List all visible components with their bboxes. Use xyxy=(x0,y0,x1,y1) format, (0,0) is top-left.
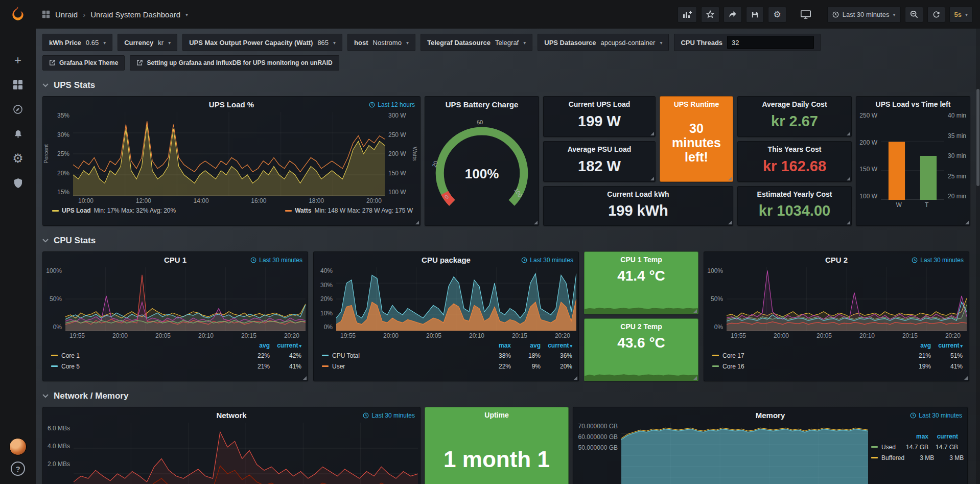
panel-title[interactable]: This Years Cost xyxy=(738,142,851,153)
legend-series-name[interactable]: Core 1 xyxy=(51,352,238,359)
panel-title[interactable]: Average Daily Cost xyxy=(738,97,851,108)
panel-resize-handle[interactable] xyxy=(847,221,850,224)
panel-title[interactable]: UPS Battery Charge xyxy=(425,97,539,112)
legend-series-name[interactable]: User xyxy=(322,363,481,370)
panel-title[interactable]: UPS Runtime xyxy=(660,97,733,108)
legend-col-header[interactable]: avg xyxy=(511,342,541,349)
panel-title[interactable]: UPS Load vs Time left xyxy=(856,97,970,112)
panel-resize-handle[interactable] xyxy=(965,221,969,224)
add-panel-button[interactable] xyxy=(678,7,697,22)
panel-time-range-badge[interactable]: Last 30 minutes xyxy=(912,257,964,264)
legend-series-name[interactable]: Core 5 xyxy=(51,363,238,370)
dashboard-dropdown-caret[interactable]: ▾ xyxy=(185,12,188,17)
scrollbar-thumb[interactable] xyxy=(976,89,979,186)
panel-time-range-badge[interactable]: Last 12 hours xyxy=(369,101,415,108)
zoom-out-button[interactable] xyxy=(905,7,923,22)
panel-time-range-badge[interactable]: Last 30 minutes xyxy=(521,257,573,264)
ups-load-graph[interactable] xyxy=(73,112,385,196)
panel-time-range-badge[interactable]: Last 30 minutes xyxy=(910,412,962,419)
section-network-memory[interactable]: Network / Memory xyxy=(42,388,972,404)
panel-resize-handle[interactable] xyxy=(693,309,697,313)
legend-series-name[interactable]: CPU Total xyxy=(322,352,481,359)
variable-value[interactable]: Nostromo xyxy=(373,39,402,47)
variable-value[interactable]: Telegraf xyxy=(495,39,519,47)
legend-col-header[interactable]: avg xyxy=(899,342,931,349)
refresh-button[interactable] xyxy=(927,7,945,22)
dashboards-icon[interactable] xyxy=(8,75,28,95)
network-graph[interactable] xyxy=(74,423,418,484)
legend-col-header[interactable]: avg xyxy=(238,342,270,349)
section-cpu-stats[interactable]: CPU Stats xyxy=(42,233,972,248)
variable-value[interactable]: 865 xyxy=(317,39,329,47)
panel-title[interactable]: Memory xyxy=(573,407,967,423)
section-ups-stats[interactable]: UPS Stats xyxy=(42,78,972,93)
breadcrumb-folder[interactable]: Unraid xyxy=(55,10,78,19)
panel-resize-handle[interactable] xyxy=(728,177,732,180)
panel-time-range-badge[interactable]: Last 30 minutes xyxy=(250,257,302,264)
server-admin-shield-icon[interactable] xyxy=(8,173,28,193)
legend-col-header[interactable]: current xyxy=(931,342,963,349)
cpu2-graph[interactable] xyxy=(727,267,967,331)
panel-resize-handle[interactable] xyxy=(650,132,654,135)
breadcrumb-dashboard-title[interactable]: Unraid System Dashboard xyxy=(90,10,180,19)
panel-resize-handle[interactable] xyxy=(574,376,577,380)
save-dashboard-button[interactable] xyxy=(746,7,764,22)
panel-resize-handle[interactable] xyxy=(693,376,697,380)
page-scrollbar[interactable] xyxy=(976,29,980,484)
user-avatar[interactable] xyxy=(9,438,27,455)
help-icon[interactable]: ? xyxy=(11,462,25,476)
variable-host[interactable]: host Nostromo ▾ xyxy=(347,34,415,51)
variable-telegraf-datasource[interactable]: Telegraf Datasource Telegraf ▾ xyxy=(421,34,532,51)
refresh-interval-dropdown[interactable]: 5s ▾ xyxy=(949,7,973,22)
panel-title[interactable]: CPU 2 Temp xyxy=(585,319,698,331)
legend-item-ups-load[interactable]: UPS Load Min: 17% Max: 32% Avg: 20% xyxy=(52,207,176,214)
legend-item-watts[interactable]: Watts Min: 148 W Max: 278 W Avg: 175 W xyxy=(285,207,413,214)
panel-resize-handle[interactable] xyxy=(728,221,732,224)
legend-col-header[interactable]: current xyxy=(541,342,572,349)
panel-resize-handle[interactable] xyxy=(964,376,968,380)
panel-title[interactable]: Average PSU Load xyxy=(544,142,655,153)
panel-title[interactable]: Estimated Yearly Cost xyxy=(738,187,851,198)
legend-series-name[interactable]: Core 17 xyxy=(712,352,899,359)
star-dashboard-button[interactable] xyxy=(701,7,719,22)
cpu-package-graph[interactable] xyxy=(336,267,576,331)
legend-col-header[interactable]: max xyxy=(899,433,928,440)
variable-ups-max-output[interactable]: UPS Max Output Power Capacity (Watt) 865… xyxy=(182,34,342,51)
panel-resize-handle[interactable] xyxy=(650,177,654,180)
configuration-gear-icon[interactable]: ⚙ xyxy=(8,148,28,169)
legend-series-name[interactable]: Core 16 xyxy=(712,363,899,370)
dashboard-grid-icon[interactable] xyxy=(42,10,50,18)
alerting-bell-icon[interactable] xyxy=(8,124,28,144)
share-dashboard-button[interactable] xyxy=(724,7,742,22)
variable-ups-datasource[interactable]: UPS Datasource apcupsd-container ▾ xyxy=(538,34,669,51)
link-grafana-plex-theme[interactable]: Grafana Plex Theme xyxy=(42,55,125,71)
cpu-threads-input[interactable] xyxy=(727,36,814,49)
cpu1-graph[interactable] xyxy=(65,267,306,331)
panel-resize-handle[interactable] xyxy=(847,177,850,180)
variable-value[interactable]: apcupsd-container xyxy=(600,39,655,47)
variable-value[interactable]: 0.65 xyxy=(86,39,99,47)
kiosk-mode-button[interactable] xyxy=(796,7,816,22)
panel-resize-handle[interactable] xyxy=(415,221,419,224)
link-ups-monitoring-guide[interactable]: Setting up Grafana and InfluxDB for UPS … xyxy=(130,55,339,71)
dashboard-settings-button[interactable]: ⚙ xyxy=(768,7,786,22)
memory-graph[interactable] xyxy=(621,423,868,484)
variable-value[interactable]: kr xyxy=(158,39,164,47)
explore-compass-icon[interactable] xyxy=(8,99,28,120)
legend-col-header[interactable]: max xyxy=(481,342,511,349)
ups-bars-chart[interactable] xyxy=(881,112,944,200)
add-icon[interactable]: + xyxy=(8,50,28,71)
panel-title[interactable]: Current UPS Load xyxy=(544,97,655,108)
panel-resize-handle[interactable] xyxy=(847,132,850,135)
legend-series-name[interactable]: Used xyxy=(871,444,899,451)
grafana-logo[interactable] xyxy=(0,0,36,29)
legend-col-header[interactable]: current xyxy=(270,342,301,349)
legend-col-header[interactable]: current xyxy=(928,433,958,440)
time-range-picker[interactable]: Last 30 minutes ▾ xyxy=(827,7,901,22)
panel-title[interactable]: Uptime xyxy=(425,407,568,419)
legend-series-name[interactable]: Buffered xyxy=(871,454,904,462)
panel-title[interactable]: CPU 1 Temp xyxy=(585,252,698,264)
panel-title[interactable]: Current Load kWh xyxy=(544,187,733,198)
variable-currency[interactable]: Currency kr ▾ xyxy=(118,34,177,51)
panel-time-range-badge[interactable]: Last 30 minutes xyxy=(363,412,415,419)
